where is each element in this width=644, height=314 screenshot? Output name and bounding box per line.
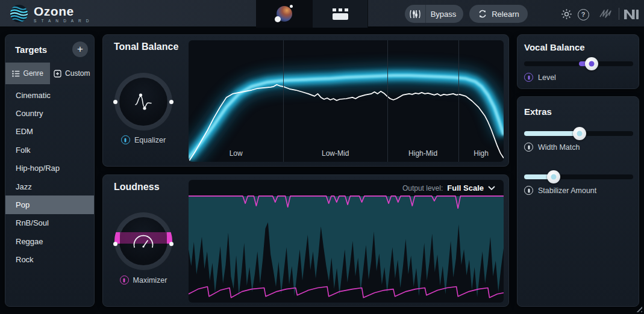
ozone-logo-icon — [10, 4, 28, 23]
gauge-icon — [130, 232, 157, 251]
view-tabs — [256, 0, 368, 28]
band-divider — [387, 40, 388, 162]
app-name: Ozone — [34, 5, 91, 17]
band-label: High — [474, 149, 489, 158]
question-mark-icon: ? — [578, 9, 589, 20]
tab-detailed-view[interactable] — [312, 0, 368, 28]
extras-title: Extras — [524, 106, 552, 117]
slider-fill — [524, 131, 580, 136]
loudness-display: Output level: Full Scale — [189, 180, 504, 303]
width-match-label: Width Match — [538, 143, 580, 152]
tab-custom-label: Custom — [65, 69, 90, 78]
tab-assistant-view[interactable] — [256, 0, 312, 28]
targets-panel: Targets + Genre Custom CinematicCountryE… — [5, 34, 95, 307]
bypass-control: Bypass — [405, 5, 463, 23]
loudness-panel: Loudness Maximizer Output level: Full Sc… — [102, 174, 509, 307]
app-logo: Ozone S T A N D A R D — [10, 4, 91, 23]
genre-item[interactable]: Pop — [5, 195, 94, 214]
width-match-slider[interactable] — [524, 127, 633, 140]
app-edition: S T A N D A R D — [34, 19, 91, 23]
maximizer-knob[interactable] — [114, 212, 172, 270]
signature-scribble-icon — [599, 8, 616, 20]
ni-logo-icon — [624, 9, 639, 20]
gear-icon — [560, 8, 573, 20]
loudness-title: Loudness — [114, 182, 160, 192]
relearn-label: Relearn — [492, 10, 519, 19]
list-icon — [12, 70, 20, 77]
vocal-level-slider[interactable] — [524, 57, 633, 70]
genre-item[interactable]: RnB/Soul — [5, 214, 94, 232]
tonal-balance-panel: Tonal Balance Equalizer LowLow-MidHigh-M… — [102, 34, 509, 167]
vocal-level-label: Level — [538, 73, 556, 82]
stabilizer-power-toggle[interactable] — [524, 186, 533, 195]
settings-button[interactable] — [560, 7, 573, 20]
output-level-label: Output level: — [402, 184, 443, 192]
targets-title: Targets — [15, 45, 47, 55]
output-level-value: Full Scale — [447, 183, 484, 192]
tonal-balance-display: LowLow-MidHigh-MidHigh — [189, 40, 504, 162]
add-box-icon — [54, 70, 61, 78]
genre-item[interactable]: Jazz — [5, 177, 94, 195]
assistant-sphere-icon — [277, 6, 292, 22]
equalizer-label: Equalizer — [134, 136, 166, 144]
genre-list: CinematicCountryEDMFolkHip-hop/RapJazzPo… — [5, 86, 94, 269]
relearn-refresh-icon — [478, 9, 487, 19]
add-target-button[interactable]: + — [72, 42, 88, 57]
band-label: Low — [230, 149, 243, 158]
slider-handle[interactable] — [585, 57, 598, 70]
genre-item[interactable]: Country — [5, 104, 94, 122]
width-match-power-toggle[interactable] — [524, 143, 533, 152]
stabilizer-amount-label: Stabilizer Amount — [538, 186, 596, 195]
genre-item[interactable]: EDM — [5, 123, 94, 141]
top-bar: Ozone S T A N D A R D Bypas — [0, 0, 644, 28]
bypass-button[interactable]: Bypass — [426, 10, 463, 19]
help-button[interactable]: ? — [577, 8, 590, 21]
maximizer-label: Maximizer — [133, 276, 167, 285]
maximizer-power-toggle[interactable] — [120, 276, 129, 285]
detailed-view-icon — [333, 8, 348, 20]
stabilizer-amount-slider[interactable] — [524, 170, 633, 183]
genre-item[interactable]: Rock — [5, 251, 94, 269]
izotope-signature-button[interactable] — [598, 7, 616, 20]
target-tabs: Genre Custom — [5, 63, 94, 84]
vocal-balance-panel: Vocal Balance Level — [517, 34, 639, 89]
genre-item[interactable]: Reggae — [5, 232, 94, 250]
band-divider — [283, 40, 284, 162]
tab-custom[interactable]: Custom — [50, 63, 95, 84]
vocal-balance-title: Vocal Balance — [524, 42, 585, 52]
io-fader-button[interactable] — [405, 5, 426, 23]
slider-handle[interactable] — [547, 170, 560, 183]
relearn-button[interactable]: Relearn — [469, 5, 528, 23]
tonal-balance-title: Tonal Balance — [114, 42, 178, 52]
tab-genre[interactable]: Genre — [5, 63, 50, 84]
chevron-down-icon — [488, 186, 495, 191]
extras-panel: Extras Width Match Stabilizer Amount — [517, 96, 639, 307]
tab-genre-label: Genre — [23, 69, 43, 78]
slider-handle[interactable] — [573, 127, 586, 140]
band-label: Low-Mid — [322, 149, 349, 158]
band-divider — [458, 40, 459, 162]
vocal-level-power-toggle[interactable] — [524, 73, 533, 82]
topbar-divider — [619, 8, 619, 20]
equalizer-knob[interactable] — [114, 73, 172, 131]
output-level-dropdown[interactable]: Output level: Full Scale — [402, 183, 495, 192]
genre-item[interactable]: Folk — [5, 141, 94, 159]
genre-item[interactable]: Cinematic — [5, 86, 94, 104]
ni-logo — [623, 8, 640, 21]
genre-item[interactable]: Hip-hop/Rap — [5, 159, 94, 177]
eq-curve-icon — [131, 90, 155, 113]
equalizer-power-toggle[interactable] — [121, 135, 130, 144]
fader-icon — [409, 9, 421, 19]
band-label: High-Mid — [408, 149, 437, 158]
